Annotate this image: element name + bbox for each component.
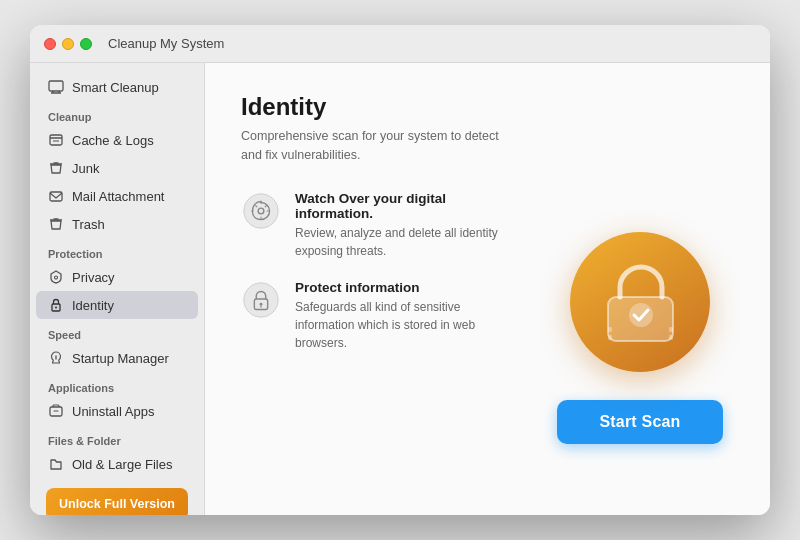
sidebar-old-large-label: Old & Large Files	[72, 457, 172, 472]
features-list: Watch Over your digital information. Rev…	[241, 191, 520, 486]
sidebar-privacy-label: Privacy	[72, 270, 115, 285]
feature-icon-watch-over	[241, 191, 281, 231]
privacy-icon	[48, 269, 64, 285]
svg-point-16	[244, 193, 278, 227]
files-icon	[48, 456, 64, 472]
close-button[interactable]	[44, 38, 56, 50]
sidebar-item-mail-attachment[interactable]: Mail Attachment	[36, 182, 198, 210]
sidebar-identity-label: Identity	[72, 298, 114, 313]
sidebar-smart-cleanup-label: Smart Cleanup	[72, 80, 159, 95]
svg-rect-26	[669, 327, 673, 332]
feature-item-2: Protect information Safeguards all kind …	[241, 280, 520, 352]
feature-desc-1: Review, analyze and delete all identity …	[295, 224, 520, 260]
feature-icon-protect	[241, 280, 281, 320]
sidebar-trash-label: Trash	[72, 217, 105, 232]
sidebar-uninstall-label: Uninstall Apps	[72, 404, 154, 419]
window-title: Cleanup My System	[108, 36, 224, 51]
section-speed-label: Speed	[30, 319, 204, 344]
svg-point-20	[260, 302, 263, 305]
identity-icon	[48, 297, 64, 313]
sidebar-footer: Unlock Full Version	[30, 478, 204, 515]
section-files-label: Files & Folder	[30, 425, 204, 450]
page-title: Identity	[241, 93, 740, 121]
section-protection-label: Protection	[30, 238, 204, 263]
sidebar-item-trash[interactable]: Trash	[36, 210, 198, 238]
feature-text-1: Watch Over your digital information. Rev…	[295, 191, 520, 260]
maximize-button[interactable]	[80, 38, 92, 50]
startup-icon	[48, 350, 64, 366]
feature-title-2: Protect information	[295, 280, 520, 295]
page-subtitle: Comprehensive scan for your system to de…	[241, 127, 521, 165]
sidebar-item-privacy[interactable]: Privacy	[36, 263, 198, 291]
svg-rect-4	[50, 135, 62, 145]
mail-icon	[48, 188, 64, 204]
main-content: Identity Comprehensive scan for your sys…	[205, 63, 770, 515]
feature-text-2: Protect information Safeguards all kind …	[295, 280, 520, 352]
sidebar-item-uninstall-apps[interactable]: Uninstall Apps	[36, 397, 198, 425]
sidebar-item-startup-manager[interactable]: Startup Manager	[36, 344, 198, 372]
sidebar-mail-label: Mail Attachment	[72, 189, 165, 204]
sidebar-junk-label: Junk	[72, 161, 99, 176]
sidebar-item-cache-logs[interactable]: Cache & Logs	[36, 126, 198, 154]
unlock-full-version-button[interactable]: Unlock Full Version	[46, 488, 188, 515]
cache-icon	[48, 132, 64, 148]
main-inner: Watch Over your digital information. Rev…	[241, 191, 740, 486]
section-cleanup-label: Cleanup	[30, 101, 204, 126]
section-applications-label: Applications	[30, 372, 204, 397]
feature-item-1: Watch Over your digital information. Rev…	[241, 191, 520, 260]
svg-point-18	[244, 282, 278, 316]
trash-icon	[48, 216, 64, 232]
svg-rect-24	[608, 327, 612, 332]
lock-badge	[570, 232, 710, 372]
start-scan-button[interactable]: Start Scan	[557, 400, 722, 444]
app-body: Smart Cleanup Cleanup Cache & Logs	[30, 63, 770, 515]
right-panel: Start Scan	[540, 191, 740, 486]
sidebar-item-junk[interactable]: Junk	[36, 154, 198, 182]
svg-point-10	[55, 276, 58, 279]
minimize-button[interactable]	[62, 38, 74, 50]
sidebar-cache-label: Cache & Logs	[72, 133, 154, 148]
traffic-lights	[44, 38, 92, 50]
monitor-icon	[48, 79, 64, 95]
sidebar-item-smart-cleanup[interactable]: Smart Cleanup	[36, 73, 198, 101]
uninstall-icon	[48, 403, 64, 419]
sidebar-startup-label: Startup Manager	[72, 351, 169, 366]
svg-point-12	[55, 307, 57, 309]
app-window: Cleanup My System Smart Cleanup Cleanup	[30, 25, 770, 515]
sidebar: Smart Cleanup Cleanup Cache & Logs	[30, 63, 205, 515]
svg-rect-8	[50, 192, 62, 201]
feature-desc-2: Safeguards all kind of sensitive informa…	[295, 298, 520, 352]
sidebar-item-identity[interactable]: Identity	[36, 291, 198, 319]
feature-title-1: Watch Over your digital information.	[295, 191, 520, 221]
sidebar-item-old-large-files[interactable]: Old & Large Files	[36, 450, 198, 478]
svg-rect-25	[608, 335, 612, 340]
svg-rect-0	[49, 81, 63, 91]
svg-rect-27	[669, 335, 673, 340]
titlebar: Cleanup My System	[30, 25, 770, 63]
junk-icon	[48, 160, 64, 176]
